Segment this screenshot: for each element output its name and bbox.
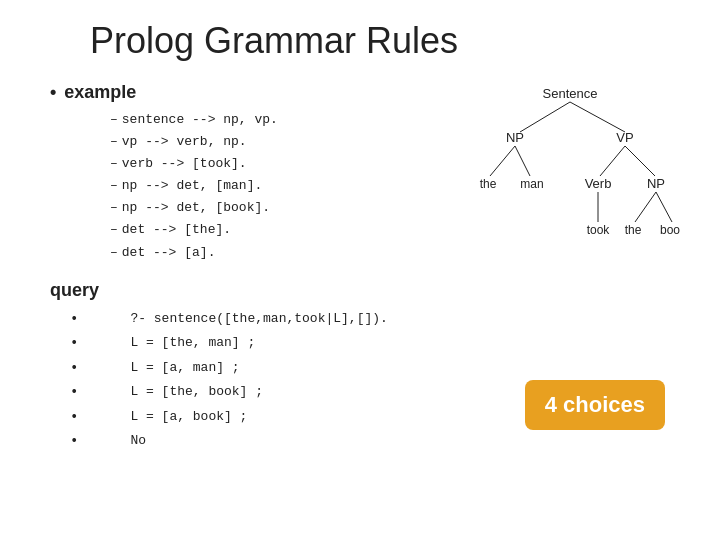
book-leaf: book <box>660 223 680 237</box>
choices-badge: 4 choices <box>525 380 665 430</box>
the2-leaf: the <box>625 223 642 237</box>
svg-line-8 <box>656 192 672 222</box>
verb-node: Verb <box>585 176 612 191</box>
man-leaf: man <box>520 177 543 191</box>
page-title: Prolog Grammar Rules <box>50 20 680 62</box>
tree-svg: Sentence NP VP the man Verb NP took the … <box>460 80 680 280</box>
vp-node: VP <box>616 130 633 145</box>
sentence-node: Sentence <box>543 86 598 101</box>
tree-diagram: Sentence NP VP the man Verb NP took the … <box>460 80 680 280</box>
svg-line-2 <box>490 146 515 176</box>
query-line-2: L = [the, man] ; <box>70 331 680 356</box>
took-leaf: took <box>587 223 611 237</box>
svg-line-7 <box>635 192 656 222</box>
np-node: NP <box>506 130 524 145</box>
svg-line-1 <box>570 102 625 132</box>
np2-node: NP <box>647 176 665 191</box>
query-title: query <box>50 280 680 301</box>
svg-line-4 <box>600 146 625 176</box>
query-line-6: No <box>70 429 680 454</box>
query-line-3: L = [a, man] ; <box>70 356 680 381</box>
svg-line-5 <box>625 146 655 176</box>
svg-line-3 <box>515 146 530 176</box>
query-line-1: ?- sentence([the,man,took|L],[]). <box>70 307 680 332</box>
the-leaf: the <box>480 177 497 191</box>
svg-line-0 <box>520 102 570 132</box>
